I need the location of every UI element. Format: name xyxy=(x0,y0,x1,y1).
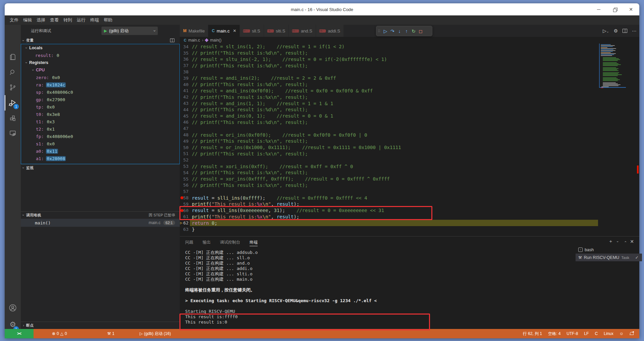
restart-icon[interactable]: ↻ xyxy=(410,28,417,34)
remote-explorer-icon[interactable] xyxy=(5,126,21,141)
language-mode[interactable]: C xyxy=(595,331,598,336)
gutter[interactable]: 50 xyxy=(180,145,190,150)
start-debug-icon[interactable]: ▶ xyxy=(104,28,107,33)
menu-item-查看[interactable]: 查看 xyxy=(48,16,61,24)
gutter[interactable]: 38 xyxy=(180,69,190,74)
minimize-icon[interactable]: ─ xyxy=(595,6,602,13)
code-line-40[interactable]: 40 // printf("This result is:%d\n", resu… xyxy=(180,81,639,88)
panel-tab-输出[interactable]: 输出 xyxy=(203,236,211,248)
local-variable-row[interactable]: result: 0 xyxy=(21,52,179,59)
gutter[interactable]: 53 xyxy=(180,164,190,169)
tab-Makefile[interactable]: MMakefile xyxy=(180,25,208,37)
register-row-sp[interactable]: sp:0x408006c0 xyxy=(21,88,179,96)
breadcrumb[interactable]: C main.c › main() xyxy=(180,37,639,44)
breakpoints-section-header[interactable]: › 断点 xyxy=(21,322,180,329)
menu-item-编辑[interactable]: 编辑 xyxy=(21,16,34,24)
code-line-57[interactable]: 57 xyxy=(180,188,639,195)
breakpoint-icon[interactable] xyxy=(180,209,183,212)
step-into-icon[interactable]: ↓ xyxy=(396,28,403,34)
gutter[interactable]: 63 xyxy=(180,227,190,232)
notifications-bell-icon[interactable] xyxy=(630,332,633,336)
code-line-48[interactable]: 48 // result = ori_ins(0xf0f0); //result… xyxy=(180,132,639,138)
code-line-45[interactable]: 45 // result = and_ins(0, 1); //result =… xyxy=(180,113,639,119)
register-row-fp[interactable]: fp:0x408006e0 xyxy=(21,133,179,140)
gutter[interactable]: 56 xyxy=(180,183,190,188)
callstack-frame-row[interactable]: main() main.c 62:1 xyxy=(21,219,180,227)
editor-more-icon[interactable]: ⋯ xyxy=(632,28,637,33)
tasks-status[interactable]: ⚒ 1 xyxy=(107,331,114,336)
gutter[interactable]: 39 xyxy=(180,76,190,81)
editor-gear-icon[interactable]: ⚙ xyxy=(613,28,618,33)
cursor-position[interactable]: 行 62, 列 1 xyxy=(523,331,542,337)
os-indicator[interactable]: Linux xyxy=(604,331,613,336)
code-line-63[interactable]: 63 } xyxy=(180,226,639,232)
terminal-output[interactable]: CC -[M] 正在构建 ... addsub.oCC -[M] 正在构建 ..… xyxy=(185,250,568,325)
run-or-debug-icon[interactable]: ▷⌄ xyxy=(603,28,609,33)
code-line-58[interactable]: 58 result = slli_ins(0xffff); //result =… xyxy=(180,195,639,201)
panel-tab-终端[interactable]: 终端 xyxy=(250,236,258,248)
code-line-55[interactable]: 55 // result = xor_ins(0xffff, 0xffff); … xyxy=(180,176,639,182)
menu-item-转到[interactable]: 转到 xyxy=(61,16,74,24)
code-line-46[interactable]: 46 // printf("This result is:%d\n", resu… xyxy=(180,119,639,126)
menu-item-选择[interactable]: 选择 xyxy=(34,16,48,24)
debug-session-status[interactable]: ▷ (gdb) 启动 (16) xyxy=(140,331,171,337)
code-line-60[interactable]: 60 result = sll_ins(0xeeeeeeee, 31); //r… xyxy=(180,207,639,214)
code-line-62[interactable]: ▷62 return 0; xyxy=(180,220,639,226)
code-line-38[interactable]: 38 xyxy=(180,69,639,75)
gutter[interactable]: 46 xyxy=(180,120,190,125)
code-line-51[interactable]: 51 // printf("This result is:%x\n", resu… xyxy=(180,151,639,157)
code-line-34[interactable]: 34 // result = slt_ins(1, 2); //result =… xyxy=(180,44,639,50)
register-row-t1[interactable]: t1:0x3 xyxy=(21,118,179,125)
terminal-instance-task[interactable]: ⚒ Run RISCV-QEMU Task ✓ xyxy=(576,254,642,261)
tab-addi.S[interactable]: ASMaddi.S xyxy=(316,25,344,37)
indent-setting[interactable]: 空格: 4 xyxy=(548,331,560,337)
minimap[interactable] xyxy=(599,44,626,88)
account-icon[interactable] xyxy=(5,300,21,316)
tab-main.c[interactable]: Cmain.c✕ xyxy=(208,25,240,37)
feedback-icon[interactable]: ☺ xyxy=(620,331,624,336)
registers-group[interactable]: › Registers xyxy=(21,59,179,66)
gutter[interactable]: 37 xyxy=(180,63,190,68)
toolbar-grip-icon[interactable]: ⁞⁞ xyxy=(378,29,381,33)
source-control-icon[interactable] xyxy=(5,80,21,95)
cpu-group[interactable]: › CPU xyxy=(21,66,179,74)
register-row-ra[interactable]: ra:0x1024c xyxy=(21,81,179,88)
locals-group[interactable]: › Locals xyxy=(21,44,179,52)
extensions-icon[interactable] xyxy=(5,111,21,126)
step-over-icon[interactable]: ↷ xyxy=(389,28,396,34)
close-icon[interactable]: ✕ xyxy=(627,6,635,13)
code-line-39[interactable]: 39 // result = andi_ins(2); //result = 2… xyxy=(180,75,639,81)
variables-panel[interactable]: › Locals result: 0 › Registers › CPU zer… xyxy=(21,44,180,164)
gutter[interactable]: 45 xyxy=(180,114,190,119)
terminal-dropdown-icon[interactable]: › xyxy=(617,240,618,244)
gutter[interactable]: 55 xyxy=(180,177,190,182)
register-row-a1[interactable]: a1:0x28008 xyxy=(21,155,179,162)
gutter[interactable]: 49 xyxy=(180,139,190,144)
code-line-47[interactable]: 47 xyxy=(180,125,639,132)
gutter[interactable]: ▷62 xyxy=(180,220,190,225)
tab-sll.S[interactable]: ASMsll.S xyxy=(240,25,264,37)
new-terminal-icon[interactable]: ＋ xyxy=(608,238,613,245)
code-line-43[interactable]: 43 // result = and_ins(1, 1); //result =… xyxy=(180,100,639,107)
watch-section-header[interactable]: › 监视 xyxy=(21,164,180,171)
code-editor[interactable]: 34 // result = slt_ins(1, 2); //result =… xyxy=(180,44,639,236)
menu-item-帮助[interactable]: 帮助 xyxy=(101,16,115,24)
code-line-36[interactable]: 36 // result = sltu_ins(-2, 1); //result… xyxy=(180,56,639,63)
restore-icon[interactable] xyxy=(611,6,619,13)
code-line-59[interactable]: 59 printf("This result is:%x\n", result)… xyxy=(180,201,639,207)
register-row-gp[interactable]: gp:0x27900 xyxy=(21,96,179,103)
gutter[interactable]: 34 xyxy=(180,44,190,49)
stop-icon[interactable]: ◻ xyxy=(417,28,424,34)
encoding[interactable]: UTF-8 xyxy=(567,331,578,336)
code-line-44[interactable]: 44 // printf("This result is:%d\n", resu… xyxy=(180,107,639,113)
launch-config-dropdown[interactable]: ▶ (gdb) 启动 › xyxy=(101,26,158,35)
search-icon[interactable] xyxy=(5,65,21,80)
gutter[interactable]: 58 xyxy=(180,195,190,200)
gutter[interactable]: 36 xyxy=(180,57,190,62)
gutter[interactable]: 59 xyxy=(180,202,190,207)
explorer-icon[interactable] xyxy=(5,49,21,65)
gutter[interactable]: 60 xyxy=(180,208,190,213)
code-line-53[interactable]: 53 // result = xori_ins(0xff); //result … xyxy=(180,163,639,169)
gutter[interactable]: 40 xyxy=(180,82,190,87)
maximize-panel-icon[interactable]: › xyxy=(625,240,626,244)
